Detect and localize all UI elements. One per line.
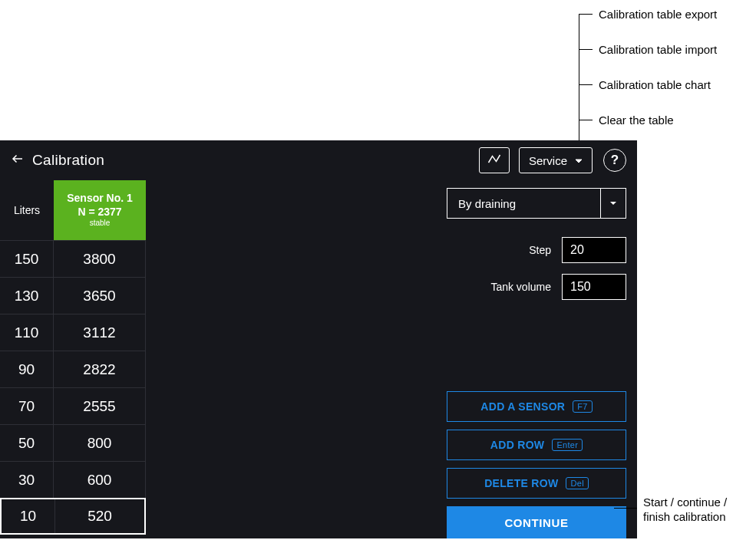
delete-row-key: Del — [566, 477, 588, 489]
cell-n: 2555 — [54, 388, 145, 424]
add-row-key: Enter — [552, 439, 583, 451]
mode-dropdown[interactable]: By draining — [447, 188, 626, 219]
annotation-export: Calibration table export — [599, 8, 717, 21]
add-row-button[interactable]: ADD ROW Enter — [447, 430, 626, 460]
cell-n: 3800 — [54, 241, 145, 277]
col-header-sensor[interactable]: Sensor No. 1 N = 2377 stable — [54, 180, 146, 240]
annotation-continue: Start / continue / finish calibration — [643, 496, 727, 525]
annotation-leader-continue — [614, 508, 637, 509]
cell-liters: 50 — [0, 425, 54, 461]
cell-liters: 150 — [0, 241, 54, 277]
annotation-chart: Calibration table chart — [599, 78, 711, 91]
cell-n: 3112 — [54, 314, 145, 351]
table-row[interactable]: 902822 — [0, 351, 146, 387]
annotation-bracket — [579, 14, 593, 121]
step-label: Step — [529, 244, 551, 256]
col-header-liters: Liters — [0, 180, 54, 240]
sensor-header-line3: stable — [90, 219, 111, 229]
tank-volume-input[interactable] — [562, 274, 626, 300]
chart-line-icon — [487, 152, 502, 169]
page-title: Calibration — [32, 152, 104, 169]
step-input[interactable] — [562, 237, 626, 263]
continue-button[interactable]: CONTINUE — [447, 506, 626, 538]
cell-n: 520 — [55, 499, 144, 533]
service-dropdown[interactable]: Service — [519, 147, 593, 173]
settings-panel: By draining Step Tank volume — [447, 180, 637, 538]
cell-liters: 30 — [0, 462, 54, 498]
mode-label: By draining — [458, 197, 516, 210]
table-row[interactable]: 1303650 — [0, 277, 146, 314]
continue-label: CONTINUE — [504, 516, 568, 529]
annotation-import: Calibration table import — [599, 43, 717, 56]
cell-n: 800 — [54, 425, 145, 461]
add-row-label: ADD ROW — [490, 439, 545, 451]
chart-button[interactable] — [479, 147, 510, 173]
back-arrow-icon — [11, 152, 25, 169]
cell-liters: 130 — [0, 278, 54, 314]
chevron-down-icon — [575, 154, 583, 167]
table-row[interactable]: 1503800 — [0, 240, 146, 277]
sensor-header-line1: Sensor No. 1 — [67, 192, 133, 206]
back-button[interactable]: Calibration — [11, 152, 104, 169]
cell-liters: 10 — [2, 499, 55, 533]
cell-liters: 90 — [0, 351, 54, 387]
mode-dropdown-arrow[interactable] — [600, 188, 626, 219]
cell-n: 2822 — [54, 351, 145, 387]
table-row[interactable]: 10520 — [0, 498, 146, 535]
caret-down-icon — [609, 196, 617, 210]
topbar: Calibration Service ? — [0, 140, 637, 180]
add-sensor-key: F7 — [573, 400, 592, 413]
annotation-clear: Clear the table — [599, 114, 674, 127]
tank-volume-label: Tank volume — [490, 281, 551, 293]
help-button[interactable]: ? — [603, 149, 626, 172]
delete-row-label: DELETE ROW — [484, 477, 558, 489]
table-row[interactable]: 702555 — [0, 387, 146, 424]
cell-n: 3650 — [54, 278, 145, 314]
table-row[interactable]: 1103112 — [0, 314, 146, 351]
calibration-window: Calibration Service ? Lit — [0, 140, 637, 538]
table-row[interactable]: 30600 — [0, 461, 146, 498]
sensor-header-line2: N = 2377 — [78, 206, 121, 219]
calibration-table: Liters Sensor No. 1 N = 2377 stable 1503… — [0, 180, 146, 538]
table-row[interactable]: 50800 — [0, 424, 146, 461]
service-label: Service — [529, 154, 567, 167]
add-sensor-button[interactable]: ADD A SENSOR F7 — [447, 391, 626, 422]
cell-liters: 70 — [0, 388, 54, 424]
help-icon: ? — [611, 153, 619, 168]
cell-liters: 110 — [0, 314, 54, 351]
add-sensor-label: ADD A SENSOR — [480, 400, 565, 413]
delete-row-button[interactable]: DELETE ROW Del — [447, 468, 626, 499]
cell-n: 600 — [54, 462, 145, 498]
